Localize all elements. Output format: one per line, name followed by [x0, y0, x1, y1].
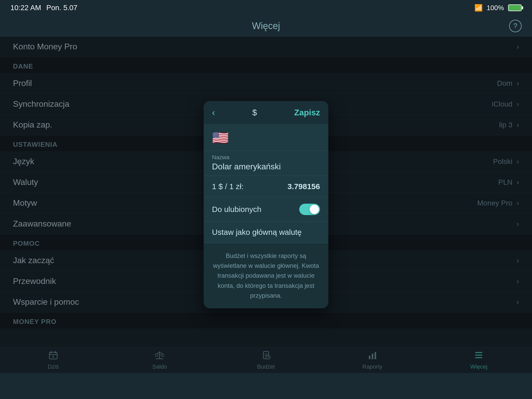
- modal-body: 🇺🇸 Nazwa Dolar amerykański 1 $ / 1 zł: 3…: [204, 125, 328, 309]
- favorites-toggle[interactable]: [299, 204, 320, 215]
- name-field-label: Nazwa: [212, 154, 320, 161]
- favorites-label: Do ulubionych: [212, 205, 261, 214]
- country-flag: 🇺🇸: [212, 130, 229, 145]
- rate-label: 1 $ / 1 zł:: [212, 182, 244, 191]
- status-right: 📶 100%: [474, 4, 522, 12]
- toggle-thumb: [310, 205, 319, 214]
- help-icon: ?: [514, 22, 517, 30]
- name-field-value[interactable]: Dolar amerykański: [212, 162, 320, 171]
- modal-rate-row: 1 $ / 1 zł: 3.798156: [204, 176, 328, 197]
- battery-bar: [508, 4, 522, 11]
- modal-name-field: Nazwa Dolar amerykański: [204, 151, 328, 176]
- status-time: 10:22 AM: [10, 4, 41, 12]
- battery-text: 100%: [487, 4, 504, 12]
- modal-info-box: Budżet i wszystkie raporty są wyświetlan…: [204, 243, 328, 309]
- content-area: Konto Money Pro › DANE Profil Dom › Sync…: [0, 36, 532, 373]
- wifi-icon: 📶: [474, 4, 483, 12]
- page-title: Więcej: [252, 21, 280, 31]
- modal-panel: ‹ $ Zapisz 🇺🇸 Nazwa Dolar amerykański: [204, 101, 328, 309]
- modal-favorites-row: Do ulubionych: [204, 197, 328, 222]
- modal-back-button[interactable]: ‹: [212, 107, 215, 118]
- modal-set-main-row[interactable]: Ustaw jako główną walutę: [204, 222, 328, 243]
- modal-save-button[interactable]: Zapisz: [294, 108, 320, 117]
- modal-header: ‹ $ Zapisz: [204, 101, 328, 125]
- status-bar: 10:22 AM Pon. 5.07 📶 100%: [0, 0, 532, 16]
- back-icon: ‹: [212, 107, 215, 118]
- modal-currency-symbol: $: [252, 108, 257, 117]
- info-text: Budżet i wszystkie raporty są wyświetlan…: [212, 251, 320, 301]
- status-date: Pon. 5.07: [46, 4, 77, 12]
- set-main-label: Ustaw jako główną walutę: [212, 228, 302, 236]
- modal-overlay: ‹ $ Zapisz 🇺🇸 Nazwa Dolar amerykański: [0, 36, 532, 373]
- main-header: Więcej ?: [0, 16, 532, 36]
- help-button[interactable]: ?: [509, 20, 522, 32]
- rate-value[interactable]: 3.798156: [288, 182, 320, 191]
- modal-flag-row: 🇺🇸: [204, 125, 328, 151]
